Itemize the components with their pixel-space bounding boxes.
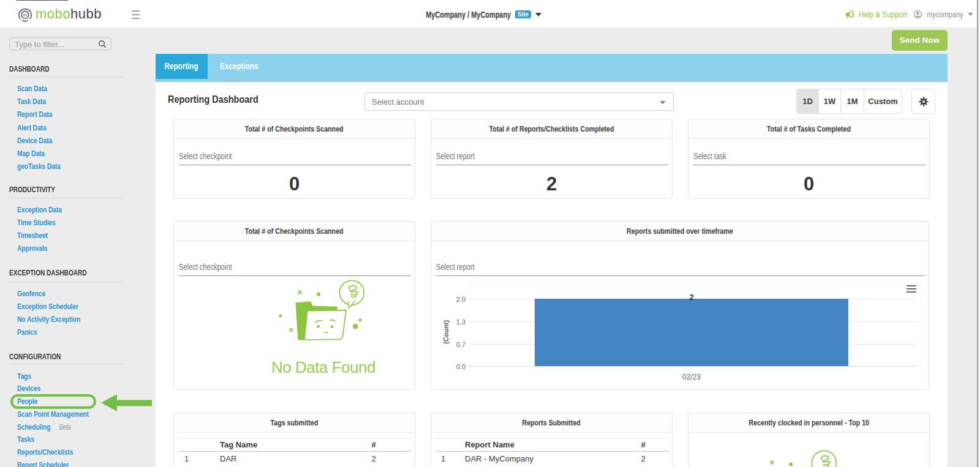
svg-text:m: m [23, 12, 28, 18]
